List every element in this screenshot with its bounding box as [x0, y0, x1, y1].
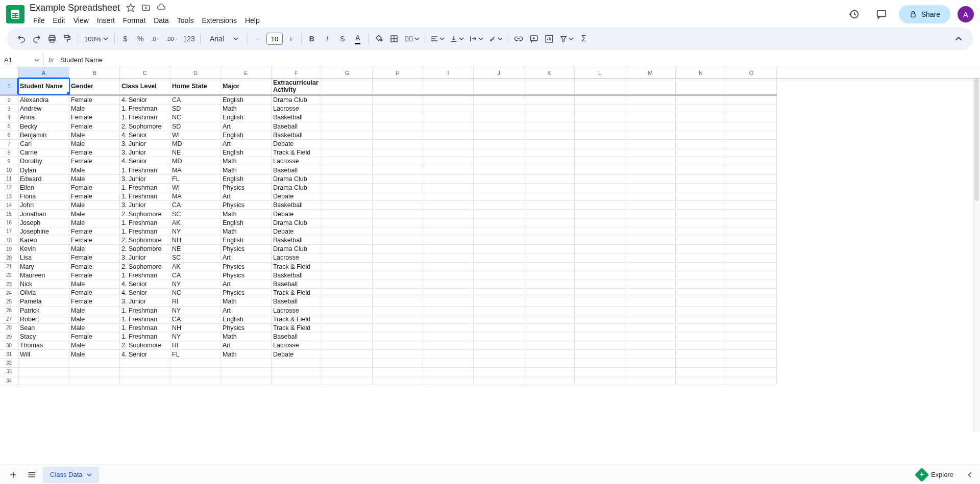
- cell[interactable]: [373, 245, 423, 253]
- cell[interactable]: MA: [170, 192, 221, 201]
- row-header[interactable]: 2: [0, 96, 18, 105]
- font-size-increase[interactable]: +: [284, 32, 298, 46]
- cell[interactable]: [676, 219, 726, 227]
- cell[interactable]: Joseph: [18, 219, 69, 227]
- cell[interactable]: Track & Field: [272, 324, 322, 333]
- cell[interactable]: [322, 359, 373, 368]
- cell[interactable]: Andrew: [18, 105, 69, 113]
- cell[interactable]: [322, 280, 373, 289]
- cell[interactable]: Female: [69, 148, 120, 157]
- cell[interactable]: [423, 315, 474, 324]
- col-header-L[interactable]: L: [575, 67, 625, 78]
- cell[interactable]: [676, 148, 726, 157]
- cell[interactable]: Male: [69, 166, 120, 175]
- cell[interactable]: Class Level: [120, 79, 170, 94]
- cell[interactable]: [474, 140, 524, 148]
- cell[interactable]: [373, 307, 423, 315]
- cell[interactable]: Male: [69, 280, 120, 289]
- row-header[interactable]: 3: [0, 105, 18, 113]
- cell[interactable]: Fiona: [18, 192, 69, 201]
- cell[interactable]: [423, 79, 474, 94]
- cell[interactable]: [676, 271, 726, 280]
- cell[interactable]: Male: [69, 245, 120, 253]
- cell[interactable]: [726, 271, 777, 280]
- cell[interactable]: [575, 245, 625, 253]
- col-header-D[interactable]: D: [170, 67, 221, 78]
- cell[interactable]: [575, 297, 625, 306]
- cell[interactable]: [322, 140, 373, 148]
- redo-button[interactable]: [30, 32, 44, 46]
- cell[interactable]: [676, 297, 726, 306]
- cell[interactable]: Debate: [272, 227, 322, 236]
- cell[interactable]: Baseball: [272, 166, 322, 175]
- cell[interactable]: [322, 122, 373, 131]
- col-header-J[interactable]: J: [474, 67, 524, 78]
- cell[interactable]: Lacrosse: [272, 253, 322, 262]
- menu-edit[interactable]: Edit: [50, 14, 69, 27]
- link-button[interactable]: [511, 32, 526, 46]
- cell[interactable]: [625, 307, 676, 315]
- cell[interactable]: [726, 201, 777, 210]
- cell[interactable]: [676, 368, 726, 376]
- h-align-button[interactable]: [428, 32, 447, 46]
- col-header-F[interactable]: F: [272, 67, 322, 78]
- cell[interactable]: [423, 96, 474, 105]
- cell[interactable]: [676, 140, 726, 148]
- cell[interactable]: Female: [69, 236, 120, 245]
- cell[interactable]: [524, 79, 575, 94]
- cell[interactable]: [373, 157, 423, 166]
- row-header[interactable]: 10: [0, 166, 18, 175]
- cell[interactable]: [322, 376, 373, 385]
- cell[interactable]: Drama Club: [272, 219, 322, 227]
- cell[interactable]: English: [221, 315, 272, 324]
- cell[interactable]: [676, 289, 726, 297]
- cell[interactable]: [373, 122, 423, 131]
- cell[interactable]: Mary: [18, 263, 69, 271]
- cell[interactable]: [474, 184, 524, 192]
- cell[interactable]: [676, 175, 726, 184]
- cell[interactable]: Male: [69, 175, 120, 184]
- cell[interactable]: [474, 79, 524, 94]
- cell[interactable]: 1. Freshman: [120, 192, 170, 201]
- cell[interactable]: 4. Senior: [120, 131, 170, 140]
- all-sheets-button[interactable]: [22, 466, 41, 484]
- cell[interactable]: [423, 192, 474, 201]
- cell[interactable]: [625, 79, 676, 94]
- row-header[interactable]: 20: [0, 253, 18, 262]
- cell[interactable]: Lacrosse: [272, 341, 322, 350]
- cell[interactable]: Female: [69, 184, 120, 192]
- undo-button[interactable]: [14, 32, 29, 46]
- cell[interactable]: English: [221, 175, 272, 184]
- cell[interactable]: [625, 192, 676, 201]
- cell[interactable]: Track & Field: [272, 263, 322, 271]
- cell[interactable]: [322, 227, 373, 236]
- cell[interactable]: Female: [69, 113, 120, 122]
- cell[interactable]: [676, 359, 726, 368]
- cell[interactable]: 4. Senior: [120, 350, 170, 359]
- cell[interactable]: 2. Sophomore: [120, 245, 170, 253]
- cell[interactable]: [524, 148, 575, 157]
- cell[interactable]: [575, 253, 625, 262]
- cell[interactable]: Math: [221, 210, 272, 218]
- cell[interactable]: [322, 113, 373, 122]
- cell[interactable]: [474, 253, 524, 262]
- row-header[interactable]: 18: [0, 236, 18, 245]
- cell[interactable]: [575, 333, 625, 341]
- col-header-C[interactable]: C: [120, 67, 170, 78]
- cell[interactable]: WI: [170, 184, 221, 192]
- cell[interactable]: [524, 245, 575, 253]
- cell[interactable]: [322, 201, 373, 210]
- cell[interactable]: 3. Junior: [120, 201, 170, 210]
- cell[interactable]: [322, 210, 373, 218]
- cell[interactable]: [373, 227, 423, 236]
- cell[interactable]: Drama Club: [272, 96, 322, 105]
- cell[interactable]: [726, 315, 777, 324]
- cell[interactable]: [726, 341, 777, 350]
- cell[interactable]: AK: [170, 219, 221, 227]
- cell[interactable]: [373, 297, 423, 306]
- cell[interactable]: NY: [170, 307, 221, 315]
- collapse-toolbar-button[interactable]: [951, 32, 966, 46]
- wrap-button[interactable]: [467, 32, 485, 46]
- cell[interactable]: [474, 227, 524, 236]
- cell[interactable]: [524, 315, 575, 324]
